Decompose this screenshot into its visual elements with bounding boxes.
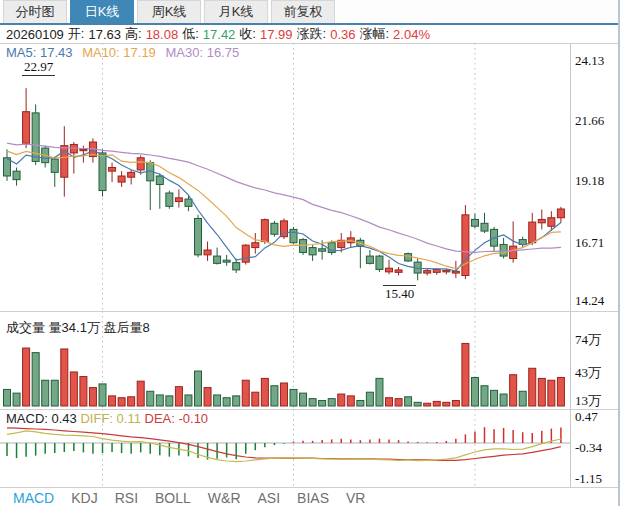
period-tab-2[interactable]: 周K线 <box>137 0 201 23</box>
volume-axis-label-2: 13万 <box>575 392 619 410</box>
indicator-tab-vr[interactable]: VR <box>346 490 365 506</box>
price-axis-label-1: 21.66 <box>575 113 619 129</box>
quote-field-label-2: 低: <box>182 25 199 43</box>
kline-window: 分时图日K线周K线月K线前复权 20260109 开:17.63高:18.08低… <box>0 0 620 506</box>
low-price-annotation: 15.40 <box>383 285 416 302</box>
quote-field-value-4: 0.36 <box>330 27 355 42</box>
axis-divider <box>570 43 571 487</box>
indicator-tab-boll[interactable]: BOLL <box>155 490 191 506</box>
period-tabbar: 分时图日K线周K线月K线前复权 <box>0 0 620 23</box>
quote-field-value-3: 17.99 <box>260 27 293 42</box>
diff-value-label: DIFF: 0.11 <box>80 411 140 426</box>
period-tab-1[interactable]: 日K线 <box>70 0 134 23</box>
price-axis-label-0: 24.13 <box>575 53 619 69</box>
main-chart-pane <box>0 43 570 311</box>
indicator-tab-bias[interactable]: BIAS <box>297 490 329 506</box>
candlestick-chart[interactable] <box>0 43 570 311</box>
quote-date: 20260109 <box>6 27 64 42</box>
dea-value-label: DEA: -0.10 <box>145 411 209 426</box>
macd-title: MACD: 0.43 DIFF: 0.11 DEA: -0.10 <box>6 411 208 426</box>
macd-axis-label-1: -0.34 <box>575 440 619 456</box>
volume-title: 成交量 量34.1万 盘后量8 <box>6 319 150 337</box>
period-tab-0[interactable]: 分时图 <box>3 0 67 23</box>
ma-legend: MA5: 17.43 MA10: 17.19 MA30: 16.75 <box>6 45 245 60</box>
indicator-tab-wr[interactable]: W&R <box>208 490 241 506</box>
indicator-tab-macd[interactable]: MACD <box>13 490 54 506</box>
volume-pane: 成交量 量34.1万 盘后量8 <box>0 311 570 409</box>
ma30-legend: MA30: 16.75 <box>165 45 239 60</box>
quote-field-value-2: 17.42 <box>203 27 236 42</box>
quote-field-value-5: 2.04% <box>393 27 430 42</box>
price-axis-label-2: 19.18 <box>575 173 619 189</box>
period-tab-3[interactable]: 月K线 <box>204 0 268 23</box>
price-axis-label-4: 14.24 <box>575 293 619 309</box>
macd-axis-label-2: -1.15 <box>575 471 619 487</box>
macd-axis-label-0: 0.47 <box>575 409 619 425</box>
indicator-tab-rsi[interactable]: RSI <box>115 490 138 506</box>
quote-field-value-1: 18.08 <box>146 27 179 42</box>
quote-field-label-1: 高: <box>125 25 142 43</box>
macd-value-label: MACD: 0.43 <box>6 411 77 426</box>
quote-field-label-3: 收: <box>239 25 256 43</box>
period-tab-4[interactable]: 前复权 <box>271 0 335 23</box>
quote-field-label-4: 涨跌: <box>297 25 327 43</box>
ma5-legend: MA5: 17.43 <box>6 45 73 60</box>
volume-axis-label-0: 74万 <box>575 331 619 349</box>
indicator-tab-asi[interactable]: ASI <box>258 490 281 506</box>
volume-axis-label-1: 43万 <box>575 364 619 382</box>
high-price-annotation: 22.97 <box>22 59 55 76</box>
ma10-legend: MA10: 17.19 <box>82 45 156 60</box>
price-axis-label-3: 16.71 <box>575 235 619 251</box>
indicator-tabbar: MACDKDJRSIBOLLW&RASIBIASVR <box>0 487 620 506</box>
macd-pane: MACD: 0.43 DIFF: 0.11 DEA: -0.10 <box>0 409 570 487</box>
quote-field-value-0: 17.63 <box>88 27 121 42</box>
quote-field-label-0: 开: <box>68 25 85 43</box>
quote-info-bar: 20260109 开:17.63高:18.08低:17.42收:17.99涨跌:… <box>0 25 576 43</box>
indicator-tab-kdj[interactable]: KDJ <box>71 490 97 506</box>
quote-field-label-5: 涨幅: <box>359 25 389 43</box>
